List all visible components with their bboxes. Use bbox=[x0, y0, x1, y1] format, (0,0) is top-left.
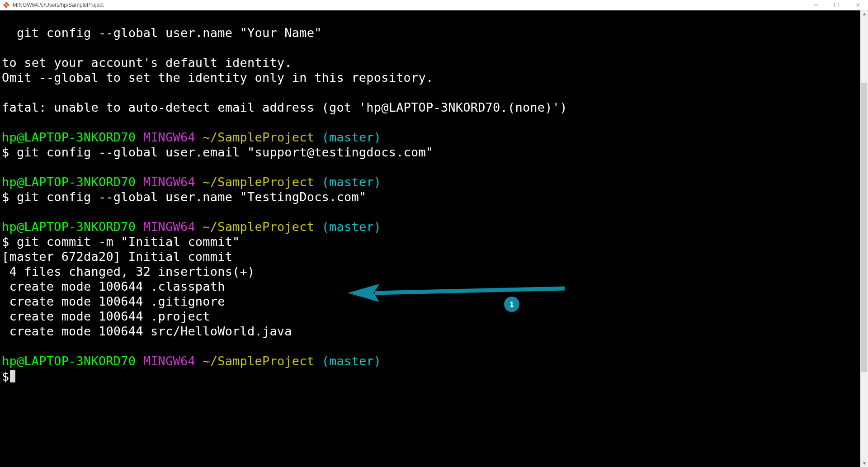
terminal-container: git config --global user.name "Your Name… bbox=[0, 10, 868, 467]
vertical-scrollbar[interactable] bbox=[860, 10, 868, 467]
svg-line-7 bbox=[375, 288, 565, 293]
svg-marker-9 bbox=[863, 13, 866, 15]
terminal-line: to set your account's default identity. bbox=[2, 56, 292, 70]
prompt-user: hp@LAPTOP-3NKORD70 bbox=[2, 175, 136, 189]
terminal-line: git config --global user.name "Your Name… bbox=[2, 26, 322, 40]
svg-marker-10 bbox=[863, 462, 866, 465]
terminal-command: $ git commit -m "Initial commit" bbox=[2, 235, 240, 249]
terminal-output: [master 672da20] Initial commit bbox=[2, 250, 232, 264]
prompt-path: ~/SampleProject bbox=[203, 175, 314, 189]
prompt-branch: (master) bbox=[322, 354, 382, 368]
prompt-branch: (master) bbox=[322, 175, 382, 189]
terminal[interactable]: git config --global user.name "Your Name… bbox=[0, 10, 860, 467]
terminal-line: fatal: unable to auto-detect email addre… bbox=[2, 100, 567, 114]
terminal-output: create mode 100644 .gitignore bbox=[2, 294, 225, 308]
prompt-branch: (master) bbox=[322, 220, 382, 234]
prompt-line: hp@LAPTOP-3NKORD70 MINGW64 ~/SampleProje… bbox=[2, 175, 381, 189]
scrollbar-down-arrow-icon[interactable] bbox=[860, 459, 868, 467]
annotation-badge: 1 bbox=[504, 267, 549, 342]
scrollbar-thumb[interactable] bbox=[861, 83, 867, 372]
terminal-output: 4 files changed, 32 insertions(+) bbox=[2, 264, 255, 278]
prompt-line: hp@LAPTOP-3NKORD70 MINGW64 ~/SampleProje… bbox=[2, 130, 381, 144]
window-titlebar: MINGW64:/c/Users/hp/SampleProject bbox=[0, 0, 868, 10]
cursor bbox=[10, 370, 15, 382]
prompt-user: hp@LAPTOP-3NKORD70 bbox=[2, 354, 136, 368]
prompt-user: hp@LAPTOP-3NKORD70 bbox=[2, 130, 136, 144]
terminal-command: $ git config --global user.email "suppor… bbox=[2, 145, 433, 159]
minimize-button[interactable] bbox=[806, 0, 826, 10]
terminal-command: $ git config --global user.name "Testing… bbox=[2, 190, 366, 204]
prompt-path: ~/SampleProject bbox=[203, 130, 314, 144]
terminal-output: create mode 100644 .project bbox=[2, 309, 210, 323]
prompt-path: ~/SampleProject bbox=[203, 220, 314, 234]
terminal-line: Omit --global to set the identity only i… bbox=[2, 71, 433, 85]
app-icon bbox=[3, 1, 10, 9]
prompt-line: hp@LAPTOP-3NKORD70 MINGW64 ~/SampleProje… bbox=[2, 220, 381, 234]
prompt-user: hp@LAPTOP-3NKORD70 bbox=[2, 220, 136, 234]
terminal-output: create mode 100644 .classpath bbox=[2, 279, 225, 293]
close-button[interactable] bbox=[847, 0, 868, 10]
annotation-arrow bbox=[303, 264, 529, 292]
annotation-badge-label: 1 bbox=[504, 297, 519, 312]
prompt-line: hp@LAPTOP-3NKORD70 MINGW64 ~/SampleProje… bbox=[2, 354, 381, 368]
terminal-output: create mode 100644 src/HelloWorld.java bbox=[2, 324, 292, 338]
prompt-env: MINGW64 bbox=[143, 354, 195, 368]
scrollbar-up-arrow-icon[interactable] bbox=[860, 10, 868, 18]
prompt-env: MINGW64 bbox=[143, 130, 195, 144]
svg-marker-8 bbox=[348, 284, 379, 302]
prompt-env: MINGW64 bbox=[143, 220, 195, 234]
svg-rect-4 bbox=[835, 3, 839, 7]
prompt-path: ~/SampleProject bbox=[203, 354, 314, 368]
maximize-button[interactable] bbox=[826, 0, 847, 10]
prompt-branch: (master) bbox=[322, 130, 382, 144]
prompt-dollar: $ bbox=[2, 369, 9, 383]
prompt-env: MINGW64 bbox=[143, 175, 195, 189]
window-title: MINGW64:/c/Users/hp/SampleProject bbox=[13, 2, 104, 8]
